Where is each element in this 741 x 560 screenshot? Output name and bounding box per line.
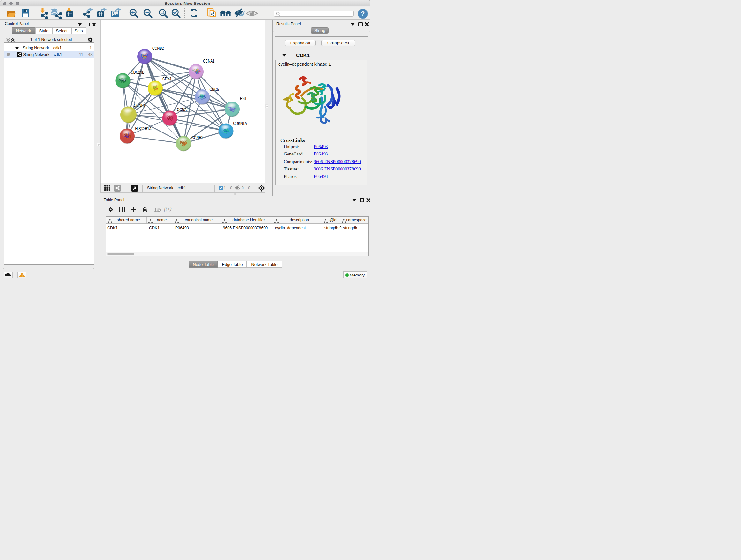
svg-text:CDKN1A: CDKN1A bbox=[233, 121, 247, 126]
svg-text:HIST1H1A: HIST1H1A bbox=[135, 126, 152, 131]
svg-text:CDK1: CDK1 bbox=[162, 76, 172, 81]
svg-text:RB1: RB1 bbox=[240, 96, 247, 101]
svg-text:CCNB1: CCNB1 bbox=[134, 103, 145, 108]
svg-text:CCNA1: CCNA1 bbox=[203, 58, 214, 64]
svg-text:CCNB2: CCNB2 bbox=[152, 46, 164, 51]
svg-text:CDC6: CDC6 bbox=[210, 87, 219, 92]
svg-text:CCNA2: CCNA2 bbox=[177, 107, 189, 112]
svg-text:CDC25B: CDC25B bbox=[131, 70, 144, 75]
svg-text:CCNE1: CCNE1 bbox=[192, 135, 203, 140]
